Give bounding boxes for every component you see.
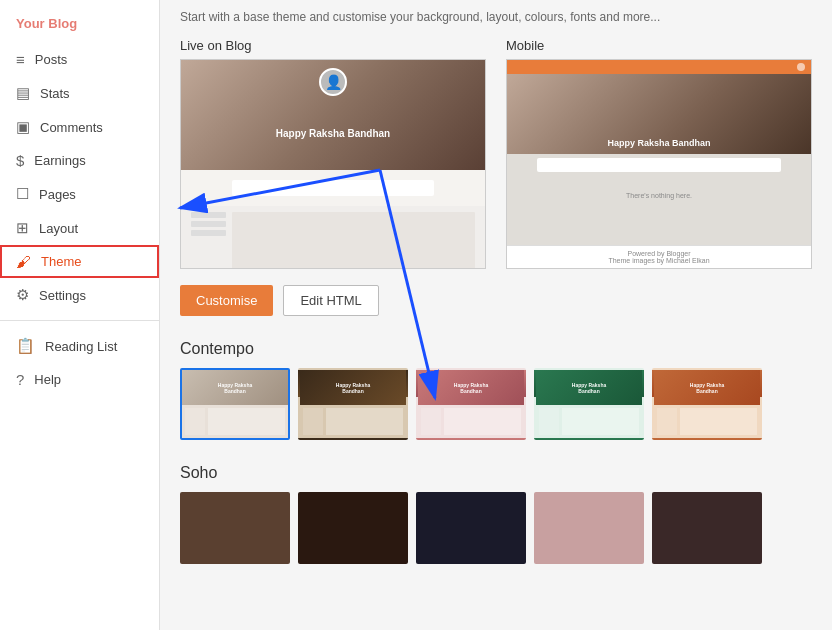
contempo-card-1[interactable]: Happy RakshaBandhan <box>180 368 290 440</box>
tc1-content <box>208 408 285 435</box>
blog-title: Your Blog <box>0 10 159 43</box>
blog-preview-body <box>181 206 485 269</box>
content-area: Start with a base theme and customise yo… <box>160 0 832 630</box>
sidebar-item-settings[interactable]: ⚙ Settings <box>0 278 159 312</box>
mobile-preview-title: Happy Raksha Bandhan <box>607 138 710 148</box>
soho-card-1[interactable] <box>180 492 290 564</box>
soho-card-3-inner <box>418 494 524 562</box>
live-label: Live on Blog <box>180 38 486 53</box>
sidebar-item-layout[interactable]: ⊞ Layout <box>0 211 159 245</box>
contempo-card-4-inner: Happy RakshaBandhan <box>536 370 642 438</box>
tc1-sidebar <box>185 408 205 435</box>
tc4-body <box>536 405 642 438</box>
mobile-preview: Happy Raksha Bandhan There's nothing her… <box>507 60 811 268</box>
customise-button[interactable]: Customise <box>180 285 273 316</box>
blog-preview-header: 👤 Happy Raksha Bandhan <box>181 60 485 170</box>
mobile-top-bar <box>507 60 811 74</box>
tc5-title: Happy RakshaBandhan <box>690 382 724 394</box>
soho-card-4-inner <box>536 494 642 562</box>
pages-icon: ☐ <box>16 185 29 203</box>
contempo-section: Contempo Happy RakshaBandhan <box>180 340 812 440</box>
soho-card-2-inner <box>300 494 406 562</box>
soho-card-5[interactable] <box>652 492 762 564</box>
blog-preview-title: Happy Raksha Bandhan <box>276 128 390 139</box>
soho-card-2[interactable] <box>298 492 408 564</box>
mobile-preview-header: Happy Raksha Bandhan <box>507 74 811 154</box>
tc4-content <box>562 408 639 435</box>
sidebar-item-pages[interactable]: ☐ Pages <box>0 177 159 211</box>
mobile-top-bar-icon <box>797 63 805 71</box>
desktop-preview-frame: 👤 Happy Raksha Bandhan <box>180 59 486 269</box>
sidebar-label-layout: Layout <box>39 221 78 236</box>
tc4-sidebar <box>539 408 559 435</box>
blog-preview-desktop: 👤 Happy Raksha Bandhan <box>181 60 485 268</box>
previews-row: Live on Blog 👤 Happy Raksha Bandhan <box>180 38 812 269</box>
mobile-nothing-text: There's nothing here. <box>507 176 811 207</box>
tc2-header: Happy RakshaBandhan <box>300 370 406 405</box>
side-item-2 <box>191 221 226 227</box>
sidebar: Your Blog ≡ Posts ▤ Stats ▣ Comments $ E… <box>0 0 160 630</box>
settings-icon: ⚙ <box>16 286 29 304</box>
sidebar-item-stats[interactable]: ▤ Stats <box>0 76 159 110</box>
sidebar-label-reading-list: Reading List <box>45 339 117 354</box>
theme-icon: 🖌 <box>16 253 31 270</box>
tc3-header: Happy RakshaBandhan <box>418 370 524 405</box>
layout-icon: ⊞ <box>16 219 29 237</box>
mobile-footer-theme: Theme images by Michael Elkan <box>507 257 811 264</box>
stats-icon: ▤ <box>16 84 30 102</box>
sidebar-label-earnings: Earnings <box>34 153 85 168</box>
sidebar-item-reading-list[interactable]: 📋 Reading List <box>0 329 159 363</box>
tc5-content <box>680 408 757 435</box>
contempo-card-5[interactable]: Happy RakshaBandhan <box>652 368 762 440</box>
sidebar-item-theme[interactable]: 🖌 Theme <box>0 245 159 278</box>
edit-html-button[interactable]: Edit HTML <box>283 285 378 316</box>
sidebar-item-earnings[interactable]: $ Earnings <box>0 144 159 177</box>
tc1-body <box>182 405 288 438</box>
blog-content-area <box>232 212 475 269</box>
subtitle-text: Start with a base theme and customise yo… <box>180 10 812 24</box>
soho-card-1-inner <box>182 494 288 562</box>
soho-card-4[interactable] <box>534 492 644 564</box>
tc1-title: Happy RakshaBandhan <box>218 382 252 394</box>
contempo-card-2-inner: Happy RakshaBandhan <box>300 370 406 438</box>
mobile-label: Mobile <box>506 38 812 53</box>
blog-preview-avatar: 👤 <box>319 68 347 96</box>
tc3-sidebar <box>421 408 441 435</box>
contempo-title: Contempo <box>180 340 812 358</box>
side-item-3 <box>191 230 226 236</box>
tc2-title: Happy RakshaBandhan <box>336 382 370 394</box>
sidebar-item-help[interactable]: ? Help <box>0 363 159 396</box>
sidebar-label-stats: Stats <box>40 86 70 101</box>
main-panel: Start with a base theme and customise yo… <box>160 0 832 608</box>
contempo-card-5-inner: Happy RakshaBandhan <box>654 370 760 438</box>
blog-side-panel <box>191 212 226 239</box>
contempo-card-1-inner: Happy RakshaBandhan <box>182 370 288 438</box>
tc1-header: Happy RakshaBandhan <box>182 370 288 405</box>
soho-cards <box>180 492 812 564</box>
soho-title: Soho <box>180 464 812 482</box>
side-item-1 <box>191 212 226 218</box>
comments-icon: ▣ <box>16 118 30 136</box>
sidebar-item-comments[interactable]: ▣ Comments <box>0 110 159 144</box>
blog-search-bar <box>232 180 434 196</box>
contempo-card-4[interactable]: Happy RakshaBandhan <box>534 368 644 440</box>
contempo-card-3[interactable]: Happy RakshaBandhan <box>416 368 526 440</box>
blog-body-line <box>191 212 475 269</box>
tc4-header: Happy RakshaBandhan <box>536 370 642 405</box>
sidebar-label-pages: Pages <box>39 187 76 202</box>
sidebar-label-comments: Comments <box>40 120 103 135</box>
tc5-header: Happy RakshaBandhan <box>654 370 760 405</box>
sidebar-item-posts[interactable]: ≡ Posts <box>0 43 159 76</box>
help-icon: ? <box>16 371 24 388</box>
tc5-sidebar <box>657 408 677 435</box>
contempo-card-2[interactable]: Happy RakshaBandhan <box>298 368 408 440</box>
mobile-footer: Powered by Blogger Theme images by Micha… <box>507 245 811 268</box>
soho-card-3[interactable] <box>416 492 526 564</box>
tc2-content <box>326 408 403 435</box>
soho-section: Soho <box>180 464 812 564</box>
tc2-sidebar <box>303 408 323 435</box>
mobile-footer-powered: Powered by Blogger <box>507 250 811 257</box>
desktop-preview-box: Live on Blog 👤 Happy Raksha Bandhan <box>180 38 486 269</box>
sidebar-label-settings: Settings <box>39 288 86 303</box>
mobile-preview-frame: Happy Raksha Bandhan There's nothing her… <box>506 59 812 269</box>
